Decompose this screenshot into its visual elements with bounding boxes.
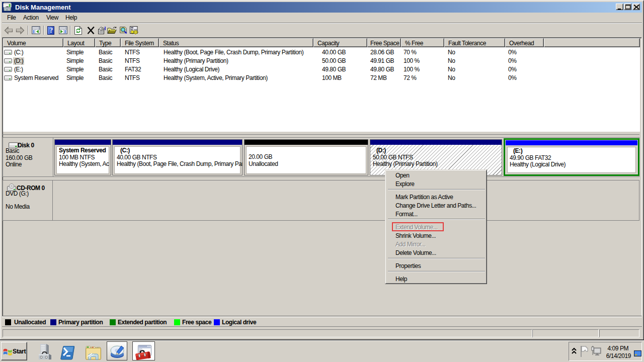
- svg-text:?: ?: [49, 27, 53, 34]
